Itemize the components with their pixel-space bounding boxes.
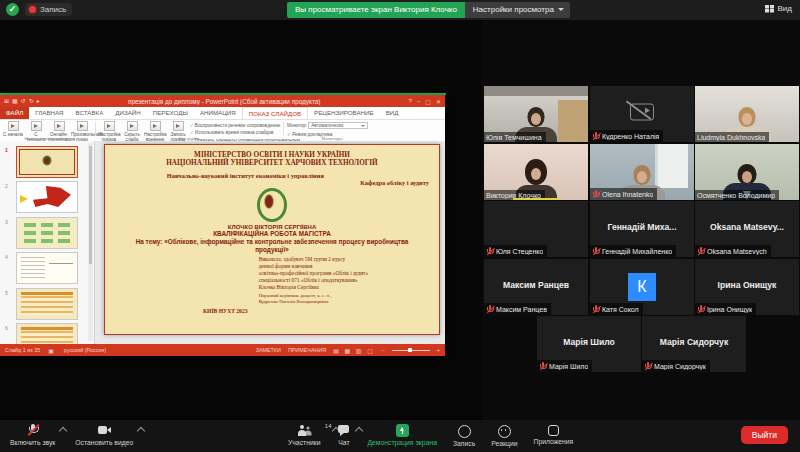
maximize-icon[interactable]: ▢ <box>425 98 431 105</box>
monitor-label: Монитор: <box>287 123 307 128</box>
mic-muted-icon <box>25 424 40 437</box>
spellcheck-icon[interactable]: ▣ <box>48 347 56 354</box>
tab-file[interactable]: ФАЙЛ <box>0 107 29 119</box>
slide-thumbnail-2[interactable] <box>16 181 78 213</box>
tab-transitions[interactable]: ПЕРЕХОДЫ <box>147 107 194 119</box>
participant-tile-rantsev[interactable]: Максим Ранцев Максим Ранцев <box>484 259 588 315</box>
participant-tile-mykhailenko[interactable]: Геннадій Миха... Геннадій Михайленко <box>590 201 694 257</box>
slide-footer-line: КИЇВ НУХТ 2023 <box>58 308 392 314</box>
tab-insert[interactable]: ВСТАВКА <box>70 107 110 119</box>
participant-tile-klochko[interactable]: Виктория Клочко <box>484 144 588 200</box>
muted-mic-icon <box>592 305 600 314</box>
audio-options-chevron[interactable] <box>59 427 67 435</box>
save-icon[interactable]: ▦ <box>12 95 18 107</box>
participant-tile-sokol[interactable]: К Катя Сокол <box>590 259 694 315</box>
participant-name: Liudmyla Dukhnovska <box>697 134 765 141</box>
muted-mic-icon <box>697 247 705 256</box>
chat-button[interactable]: Чат <box>336 424 351 447</box>
grid-view-icon <box>765 5 774 13</box>
ppt-status-bar: Слайд 1 из 35 ▣ русский (Россия) ЗАМЕТКИ… <box>0 344 445 356</box>
participant-tile-sydorchuk[interactable]: Марія Сидорчук Марія Сидорчук <box>642 316 746 372</box>
minimize-icon[interactable]: – <box>417 98 420 105</box>
slide-thumbnail-4[interactable] <box>16 252 78 284</box>
slide-supervisor-block: Науковий керівник: доцент, к. е. н., Куд… <box>259 293 426 305</box>
participant-tile-shylo[interactable]: Марія Шило Марія Шило <box>537 316 641 372</box>
participant-name: Катя Сокол <box>602 306 639 313</box>
slide-ministry-line: МІНІСТЕРСТВО ОСВІТИ І НАУКИ УКРАЇНИ <box>105 151 439 159</box>
ppt-editor-area: 1 2 3 4 5 6 МІНІСТЕРСТВО ОСВІТИ І НАУКИ … <box>0 141 445 344</box>
slide-canvas[interactable]: МІНІСТЕРСТВО ОСВІТИ І НАУКИ УКРАЇНИ НАЦІ… <box>104 144 440 335</box>
redo-icon[interactable]: ↻ <box>29 95 34 107</box>
zoom-in-button[interactable]: + <box>437 347 440 353</box>
zoom-slider[interactable] <box>392 350 430 351</box>
monitor-dropdown[interactable]: Автоматически <box>308 122 368 129</box>
participant-tile-ihnatenko[interactable]: Olena Ihnatenko <box>590 144 694 200</box>
reactions-button[interactable]: Реакции <box>491 424 517 447</box>
ppt-window-controls[interactable]: ?–▢✕ <box>409 98 441 105</box>
slide-thumbnail-1[interactable] <box>16 146 78 178</box>
muted-mic-icon <box>539 362 547 371</box>
apps-button[interactable]: Приложения <box>534 424 574 447</box>
security-shield-icon[interactable]: ✓ <box>6 3 19 16</box>
participant-display-name: Марія Шило <box>563 337 615 347</box>
share-screen-button[interactable]: Демонстрация экрана <box>367 424 436 447</box>
leave-meeting-button[interactable]: Выйти <box>741 426 788 444</box>
undo-icon[interactable]: ↺ <box>21 95 26 107</box>
quick-access-toolbar[interactable]: ⊞▦↺↻▸ <box>4 95 40 107</box>
tab-view[interactable]: ВИД <box>380 107 405 119</box>
participants-button[interactable]: 14 Участники <box>288 424 320 447</box>
slide-institute-line: Навчально-науковий інститут економіки і … <box>78 172 412 179</box>
monitor-row: Монитор: Автоматически <box>287 122 368 129</box>
unmute-button[interactable]: Включить звук <box>10 424 55 446</box>
tab-review[interactable]: РЕЦЕНЗИРОВАНИЕ <box>308 107 380 119</box>
slide-university-line: НАЦІОНАЛЬНИЙ УНІВЕРСИТЕТ ХАРЧОВИХ ТЕХНОЛ… <box>105 159 439 167</box>
view-mode-buttons[interactable]: ▤ ▦ ▥ ▢ <box>333 347 375 354</box>
participant-tile-osmiatchenko[interactable]: Осмятченко Володимир <box>695 144 799 200</box>
tab-slideshow[interactable]: ПОКАЗ СЛАЙДОВ <box>242 107 308 119</box>
powerpoint-window: ⊞▦↺↻▸ презентація до диплому - PowerPoin… <box>0 95 445 356</box>
tab-home[interactable]: ГЛАВНАЯ <box>29 107 69 119</box>
share-screen-icon <box>396 424 409 437</box>
chat-chevron[interactable] <box>355 427 363 435</box>
tab-animations[interactable]: АНИМАЦИЯ <box>194 107 242 119</box>
muted-mic-icon <box>592 190 600 199</box>
participant-display-name: Oksana Matsevy... <box>710 222 784 232</box>
notes-button[interactable]: ЗАМЕТКИ <box>256 347 281 353</box>
participant-tile-kudrenko[interactable]: Кудренко Наталія <box>590 86 694 142</box>
participant-name: Осмятченко Володимир <box>697 192 775 199</box>
slide-thumbnail-3[interactable] <box>16 217 78 249</box>
slide-topic-line: На тему: «Облікове, інформаційне та конт… <box>118 238 425 254</box>
view-button[interactable]: Вид <box>765 4 792 13</box>
participant-display-name: Ірина Онищук <box>718 280 777 290</box>
tab-design[interactable]: ДИЗАЙН <box>109 107 146 119</box>
participant-tile-stetsenko[interactable]: Юля Стеценко <box>484 201 588 257</box>
slide-thumbnail-5[interactable] <box>16 288 78 320</box>
video-options-chevron[interactable] <box>137 427 145 435</box>
muted-mic-icon <box>644 362 652 371</box>
recording-label: Запись <box>40 5 66 14</box>
meeting-toolbar: Включить звук Остановить видео 14 Участн… <box>0 420 800 452</box>
participant-name: Ірина Онищук <box>707 306 752 313</box>
recording-dot-icon <box>29 6 36 13</box>
ribbon-from-beginning-button[interactable]: С начала <box>2 121 24 137</box>
chat-icon <box>336 424 351 437</box>
comments-button[interactable]: ПРИМЕЧАНИЯ <box>288 347 326 353</box>
participant-tile-dukhnovska[interactable]: Liudmyla Dukhnovska <box>695 86 799 142</box>
participant-name: Юлія Темчишина <box>486 134 542 141</box>
participant-tile-onyshchuk[interactable]: Ірина Онищук Ірина Онищук <box>695 259 799 315</box>
record-button[interactable]: Запись <box>453 424 475 447</box>
close-icon[interactable]: ✕ <box>436 98 441 105</box>
participant-name: Юля Стеценко <box>496 248 543 255</box>
stop-video-button[interactable]: Остановить видео <box>75 424 133 446</box>
view-settings-button[interactable]: Настройки просмотра <box>465 2 570 18</box>
muted-mic-icon <box>486 305 494 314</box>
zoom-out-button[interactable]: – <box>382 347 385 353</box>
participant-tile-matsevych[interactable]: Oksana Matsevy... Oksana Matsevych <box>695 201 799 257</box>
participants-icon <box>297 424 312 437</box>
participant-tile-temchyshyna[interactable]: Юлія Темчишина <box>484 86 588 142</box>
help-icon[interactable]: ? <box>409 98 412 105</box>
ppt-window-title: презентація до диплому - PowerPoint (Сбо… <box>40 98 409 105</box>
participant-name: Максим Ранцев <box>496 306 547 313</box>
language-indicator[interactable]: русский (Россия) <box>64 347 106 353</box>
ppt-title-bar: ⊞▦↺↻▸ презентація до диплому - PowerPoin… <box>0 95 445 107</box>
